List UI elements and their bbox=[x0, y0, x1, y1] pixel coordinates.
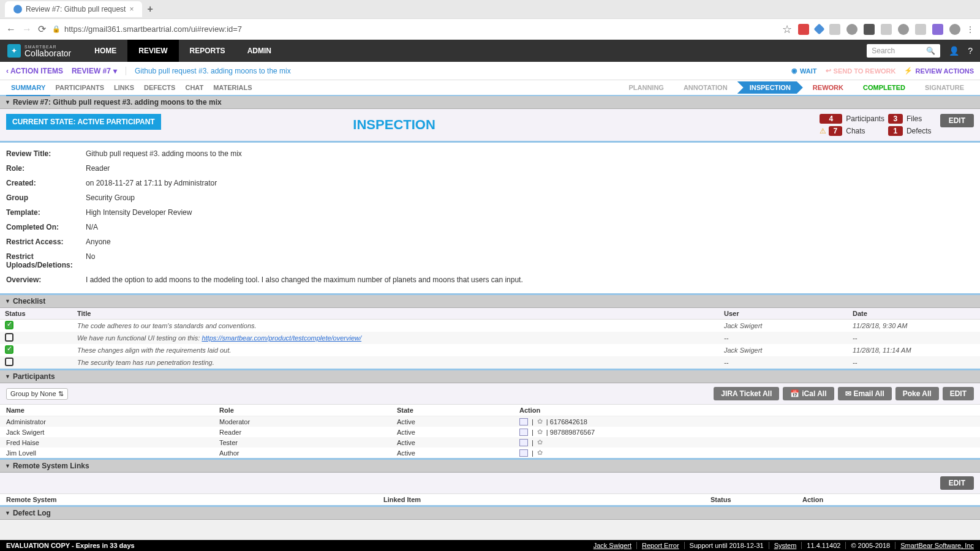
wf-inspection[interactable]: INSPECTION bbox=[737, 81, 803, 94]
participant-state: Active bbox=[397, 418, 519, 425]
send-to-rework-button[interactable]: ↩ SEND TO REWORK bbox=[826, 67, 896, 75]
menu-icon[interactable]: ⋮ bbox=[967, 25, 974, 34]
main-nav: HOME REVIEW REPORTS ADMIN bbox=[83, 40, 282, 62]
participant-actions: | ✿ bbox=[519, 449, 974, 457]
extension-icon[interactable] bbox=[881, 24, 892, 35]
poke-all-button[interactable]: Poke All bbox=[895, 387, 939, 400]
participant-role: Tester bbox=[219, 439, 397, 446]
section-checklist[interactable]: ▼ Checklist bbox=[0, 295, 980, 308]
checkbox-icon[interactable] bbox=[5, 321, 13, 329]
extension-icons: ⋮ bbox=[798, 24, 974, 35]
nav-review[interactable]: REVIEW bbox=[127, 40, 178, 62]
wf-completed[interactable]: COMPLETED bbox=[853, 81, 915, 94]
forward-button[interactable]: → bbox=[22, 24, 32, 35]
section-review-header[interactable]: ▼ Review #7: Github pull request #3. add… bbox=[0, 96, 980, 109]
extension-icon[interactable] bbox=[915, 24, 926, 35]
detail-value: Github pull request #3. adding moons to … bbox=[86, 149, 242, 158]
reload-button[interactable]: ⟳ bbox=[38, 23, 46, 35]
tab-materials[interactable]: MATERIALS bbox=[208, 80, 257, 95]
edit-summary-button[interactable]: EDIT bbox=[940, 114, 974, 127]
email-icon[interactable] bbox=[519, 418, 528, 425]
edit-participants-button[interactable]: EDIT bbox=[943, 387, 974, 400]
checklist-user: -- bbox=[724, 334, 853, 342]
browser-chrome: Review #7: Github pull request × + ← → ⟳… bbox=[0, 0, 980, 40]
tab-participants[interactable]: PARTICIPANTS bbox=[50, 80, 109, 95]
extension-icon[interactable] bbox=[864, 24, 875, 35]
col-item: Linked Item bbox=[383, 496, 710, 503]
detail-value: I added the option to add moons to the m… bbox=[86, 276, 523, 284]
checklist-link[interactable]: https://smartbear.com/product/testcomple… bbox=[202, 334, 361, 342]
section-remote-links[interactable]: ▼ Remote System Links bbox=[0, 460, 980, 473]
gear-icon[interactable]: ✿ bbox=[537, 438, 543, 446]
tab-links[interactable]: LINKS bbox=[109, 80, 139, 95]
extension-icon[interactable] bbox=[846, 24, 858, 35]
count-participants: 4 bbox=[820, 114, 842, 124]
detail-value: High Intensity Developer Review bbox=[86, 208, 192, 217]
warning-icon: ⚠ bbox=[820, 127, 826, 135]
collapse-icon: ▼ bbox=[5, 298, 10, 304]
review-actions-button[interactable]: ⚡ REVIEW ACTIONS bbox=[904, 67, 974, 75]
checkbox-icon[interactable] bbox=[5, 358, 13, 366]
email-icon[interactable] bbox=[519, 429, 528, 436]
new-tab-button[interactable]: + bbox=[147, 4, 153, 15]
group-by-select[interactable]: Group by None ⇅ bbox=[6, 388, 68, 400]
checkbox-icon[interactable] bbox=[5, 345, 13, 354]
review-title-link[interactable]: Github pull request #3. adding moons to … bbox=[126, 67, 291, 75]
gear-icon[interactable]: ✿ bbox=[537, 428, 543, 436]
participant-role: Author bbox=[219, 449, 397, 457]
brand[interactable]: ✦ SMARTBEAR Collaborator bbox=[7, 44, 71, 58]
email-icon[interactable] bbox=[519, 449, 528, 457]
extension-icon[interactable] bbox=[898, 24, 909, 35]
tab-close-icon[interactable]: × bbox=[129, 5, 134, 13]
help-icon[interactable]: ? bbox=[968, 46, 973, 56]
bookmark-icon[interactable]: ☆ bbox=[782, 23, 792, 36]
tab-summary[interactable]: SUMMARY bbox=[6, 80, 50, 96]
wf-planning[interactable]: PLANNING bbox=[619, 81, 673, 94]
browser-tab[interactable]: Review #7: Github pull request × bbox=[5, 1, 142, 17]
nav-admin[interactable]: ADMIN bbox=[236, 40, 282, 62]
section-defect-log[interactable]: ▼ Defect Log bbox=[0, 507, 980, 520]
nav-reports[interactable]: REPORTS bbox=[179, 40, 236, 62]
extension-icon[interactable] bbox=[798, 24, 809, 35]
summary-panel: CURRENT STATE: ACTIVE PARTICIPANT INSPEC… bbox=[0, 109, 980, 143]
participant-row: Fred HaiseTesterActive | ✿ bbox=[0, 437, 980, 448]
review-number-dropdown[interactable]: REVIEW #7 ▾ bbox=[72, 67, 117, 75]
participant-row: Jack SwigertReaderActive | ✿ | 987889876… bbox=[0, 427, 980, 437]
extension-icon[interactable] bbox=[932, 24, 943, 35]
checkbox-icon[interactable] bbox=[5, 333, 13, 342]
wait-button[interactable]: ◉ WAIT bbox=[791, 67, 817, 75]
ical-all-button[interactable]: 📅 iCal All bbox=[783, 387, 834, 400]
nav-home[interactable]: HOME bbox=[83, 40, 127, 62]
lock-icon: 🔒 bbox=[52, 25, 61, 33]
email-all-button[interactable]: ✉ Email All bbox=[838, 387, 892, 400]
detail-label: Group bbox=[6, 193, 86, 202]
gear-icon[interactable]: ✿ bbox=[537, 418, 543, 425]
count-chats-label: Chats bbox=[846, 127, 884, 135]
search-input[interactable]: Search 🔍 bbox=[867, 44, 940, 58]
section-participants[interactable]: ▼ Participants bbox=[0, 370, 980, 383]
tab-chat[interactable]: CHAT bbox=[180, 80, 208, 95]
url-field[interactable]: 🔒 https://gmail361.smartbeartrial.com/ui… bbox=[52, 24, 776, 34]
wf-signature[interactable]: SIGNATURE bbox=[915, 81, 974, 94]
edit-remote-button[interactable]: EDIT bbox=[940, 476, 974, 490]
remote-toolbar: EDIT bbox=[0, 473, 980, 494]
email-icon[interactable] bbox=[519, 439, 528, 446]
back-button[interactable]: ← bbox=[6, 24, 16, 35]
phase-title: INSPECTION bbox=[353, 117, 435, 133]
extension-icon[interactable] bbox=[813, 23, 824, 34]
user-icon[interactable]: 👤 bbox=[949, 46, 959, 56]
extension-icon[interactable] bbox=[829, 24, 840, 35]
jira-ticket-all-button[interactable]: JIRA Ticket All bbox=[714, 387, 779, 400]
brand-name: Collaborator bbox=[24, 49, 71, 58]
checklist-user: -- bbox=[724, 359, 853, 366]
tab-defects[interactable]: DEFECTS bbox=[139, 80, 180, 95]
count-chats: 7 bbox=[829, 126, 843, 136]
detail-label: Template: bbox=[6, 208, 86, 217]
action-items-link[interactable]: ‹ ACTION ITEMS bbox=[6, 67, 63, 75]
wf-annotation[interactable]: ANNOTATION bbox=[674, 81, 737, 94]
gear-icon[interactable]: ✿ bbox=[537, 449, 543, 457]
avatar-icon[interactable] bbox=[949, 24, 960, 35]
collapse-icon: ▼ bbox=[5, 99, 10, 105]
checklist-date: 11/28/18, 9:30 AM bbox=[853, 322, 975, 329]
wf-rework[interactable]: REWORK bbox=[803, 81, 853, 94]
